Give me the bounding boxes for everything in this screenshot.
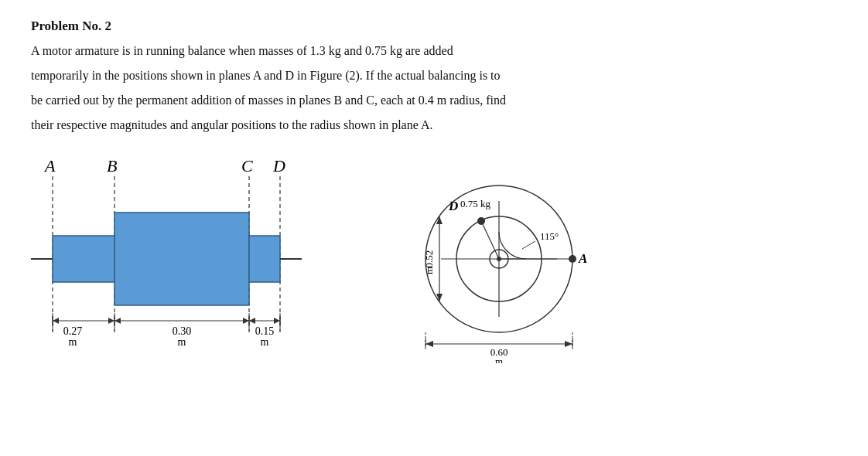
svg-text:D: D [272, 156, 285, 175]
svg-text:0.52: 0.52 [423, 250, 435, 268]
text-line1: A motor armature is in running balance w… [31, 44, 453, 57]
svg-marker-28 [249, 318, 255, 324]
figures-row: A B C D [31, 155, 837, 371]
svg-line-47 [481, 221, 499, 259]
svg-marker-17 [108, 318, 114, 324]
svg-text:A: A [578, 251, 587, 266]
svg-marker-53 [436, 294, 443, 301]
svg-text:115°: 115° [540, 230, 559, 242]
svg-text:0.15: 0.15 [255, 325, 275, 337]
svg-rect-9 [53, 236, 114, 282]
svg-marker-58 [565, 341, 572, 347]
svg-text:0.75 kg: 0.75 kg [460, 198, 491, 209]
text-line4: their respective magnitudes and angular … [31, 118, 432, 131]
svg-text:A: A [43, 156, 56, 175]
svg-text:m: m [261, 336, 269, 348]
svg-text:0.27: 0.27 [63, 325, 83, 337]
problem-text: A motor armature is in running balance w… [31, 39, 837, 138]
svg-marker-23 [243, 318, 249, 324]
svg-text:m: m [423, 267, 435, 274]
right-figure: D 0.75 kg A 115° [387, 155, 603, 363]
svg-rect-8 [114, 213, 249, 305]
svg-marker-52 [436, 216, 443, 224]
svg-marker-57 [425, 341, 433, 347]
svg-rect-10 [249, 236, 280, 282]
svg-text:m: m [495, 356, 503, 363]
svg-text:m: m [178, 336, 186, 348]
left-figure: A B C D [31, 155, 364, 371]
svg-text:0.30: 0.30 [173, 325, 192, 337]
svg-line-50 [522, 241, 535, 249]
svg-marker-29 [274, 318, 280, 324]
svg-marker-22 [114, 318, 121, 324]
text-line3: be carried out by the permanent addition… [31, 94, 506, 107]
svg-text:B: B [107, 156, 117, 175]
svg-text:C: C [241, 156, 253, 175]
svg-text:m: m [69, 336, 77, 348]
problem-title: Problem No. 2 [31, 19, 837, 34]
text-line2: temporarily in the positions shown in pl… [31, 69, 501, 82]
svg-marker-16 [53, 318, 59, 324]
svg-text:D: D [448, 199, 458, 213]
